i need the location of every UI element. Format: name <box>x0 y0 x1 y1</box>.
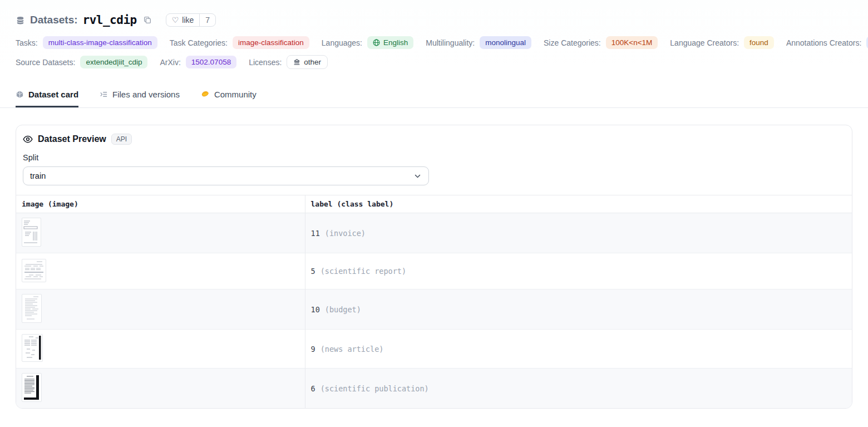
tag-group-label: Annotations Creators: <box>786 38 861 47</box>
label-number: 11 <box>311 229 320 238</box>
label-cell: 11(invoice) <box>305 213 852 253</box>
tag-languages-label: English <box>383 38 408 47</box>
label-cell: 10(budget) <box>305 289 852 330</box>
document-thumbnail <box>22 294 42 323</box>
split-select[interactable]: train <box>23 166 429 185</box>
tag-group-tasks: Tasks: multi-class-image-classification <box>16 36 157 49</box>
tag-group-label: ArXiv: <box>160 58 180 67</box>
tag-licenses[interactable]: other <box>287 55 328 69</box>
image-cell <box>16 253 305 289</box>
preview-title: Dataset Preview <box>38 134 106 144</box>
copy-icon[interactable] <box>143 16 152 24</box>
dataset-header: Datasets: rvl_cdip ♡ like 7 Tasks: multi… <box>0 0 868 69</box>
tag-licenses-label: other <box>304 57 321 67</box>
tags-row-2: Source Datasets: extended|iit_cdip ArXiv… <box>16 55 852 69</box>
bank-icon <box>293 58 300 66</box>
tag-group-task-categories: Task Categories: image-classification <box>170 36 309 49</box>
title-row: Datasets: rvl_cdip ♡ like 7 <box>16 13 852 27</box>
document-thumbnail <box>22 334 43 362</box>
tag-group-annotations-creators: Annotations Creators: found <box>786 36 868 49</box>
split-label: Split <box>23 153 845 162</box>
like-label: like <box>182 16 194 24</box>
chevron-down-icon <box>413 172 422 180</box>
tag-group-label: Size Categories: <box>544 38 601 47</box>
globe-icon <box>373 39 380 46</box>
label-number: 9 <box>311 345 315 354</box>
label-cell: 5(scientific report) <box>305 253 852 289</box>
tag-group-multilinguality: Multilinguality: monolingual <box>426 36 531 49</box>
tag-arxiv[interactable]: 1502.07058 <box>186 56 236 68</box>
community-icon <box>201 90 210 99</box>
table-row: 6(scientific publication) <box>16 369 852 409</box>
label-number: 10 <box>311 305 320 314</box>
like-button[interactable]: ♡ like <box>166 14 200 26</box>
tag-group-label: Language Creators: <box>670 38 739 47</box>
label-number: 5 <box>311 267 315 276</box>
tag-group-arxiv: ArXiv: 1502.07058 <box>160 56 236 68</box>
tag-group-label: Multilinguality: <box>426 38 475 47</box>
table-header-row: image (image) label (class label) <box>16 195 852 213</box>
tab-community[interactable]: Community <box>201 84 257 107</box>
preview-table: image (image) label (class label) 11(inv… <box>16 195 852 409</box>
like-count[interactable]: 7 <box>199 14 215 26</box>
label-name: (budget) <box>325 305 361 314</box>
tag-multilinguality[interactable]: monolingual <box>480 36 531 49</box>
label-cell: 6(scientific publication) <box>305 369 852 409</box>
label-name: (scientific publication) <box>320 384 429 393</box>
tag-source-datasets[interactable]: extended|iit_cdip <box>80 56 147 68</box>
document-thumbnail <box>22 218 41 247</box>
label-name: (news article) <box>320 345 384 354</box>
table-row: 10(budget) <box>16 289 852 330</box>
label-cell <box>305 409 852 409</box>
document-thumbnail <box>22 373 42 402</box>
tag-tasks[interactable]: multi-class-image-classification <box>43 36 157 49</box>
eye-icon <box>23 134 33 144</box>
document-thumbnail <box>22 259 46 282</box>
main-content: Dataset Preview API Split train image (i… <box>0 108 868 409</box>
column-header-label: label (class label) <box>305 195 852 213</box>
image-cell <box>16 409 305 409</box>
tag-group-languages: Languages: English <box>322 36 413 49</box>
tag-task-categories[interactable]: image-classification <box>233 36 309 49</box>
tab-label: Dataset card <box>28 90 78 99</box>
tag-group-label: Task Categories: <box>170 38 228 47</box>
table-row: 11(invoice) <box>16 213 852 253</box>
tab-dataset-card[interactable]: Dataset card <box>16 84 78 107</box>
cube-icon <box>16 90 24 99</box>
tag-language-creators[interactable]: found <box>744 36 774 49</box>
label-name: (scientific report) <box>320 267 406 276</box>
tag-group-licenses: Licenses: other <box>249 55 328 69</box>
label-name: (invoice) <box>325 229 366 238</box>
api-badge[interactable]: API <box>111 134 132 145</box>
heart-icon: ♡ <box>172 16 179 24</box>
table-row: 9(news article) <box>16 330 852 369</box>
table-row <box>16 409 852 409</box>
preview-header: Dataset Preview API <box>16 125 852 145</box>
tag-group-label: Source Datasets: <box>16 58 75 67</box>
image-cell <box>16 213 305 253</box>
image-cell <box>16 369 305 409</box>
image-cell <box>16 289 305 330</box>
tag-group-size-categories: Size Categories: 100K<n<1M <box>544 36 658 49</box>
tag-size-categories[interactable]: 100K<n<1M <box>606 36 658 49</box>
tab-label: Files and versions <box>112 90 180 99</box>
image-cell <box>16 330 305 369</box>
database-icon <box>16 16 25 25</box>
split-select-value: train <box>30 171 46 180</box>
breadcrumb[interactable]: Datasets: <box>30 14 78 26</box>
tag-group-label: Languages: <box>322 38 362 47</box>
tag-group-label: Tasks: <box>16 38 38 47</box>
tab-files-and-versions[interactable]: Files and versions <box>100 84 180 107</box>
tag-group-language-creators: Language Creators: found <box>670 36 774 49</box>
tag-group-label: Licenses: <box>249 58 282 67</box>
table-row: 5(scientific report) <box>16 253 852 289</box>
label-number: 6 <box>311 384 315 393</box>
like-button-group: ♡ like 7 <box>166 13 216 27</box>
tag-group-source-datasets: Source Datasets: extended|iit_cdip <box>16 56 147 68</box>
dataset-preview-card: Dataset Preview API Split train image (i… <box>16 125 852 409</box>
tags-row-1: Tasks: multi-class-image-classification … <box>16 36 852 49</box>
column-header-image: image (image) <box>16 195 305 213</box>
tab-label: Community <box>214 90 257 99</box>
label-cell: 9(news article) <box>305 330 852 369</box>
tag-languages[interactable]: English <box>367 36 413 49</box>
